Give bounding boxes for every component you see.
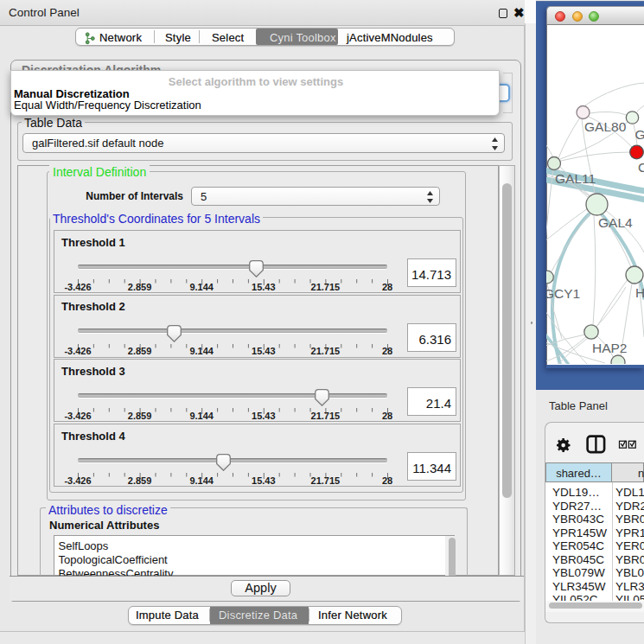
svg-text:GCY1: GCY1 xyxy=(546,286,580,301)
svg-text:GAL11: GAL11 xyxy=(555,171,596,186)
svg-text:GAL7: GAL7 xyxy=(635,127,644,142)
svg-text:HIS: HIS xyxy=(635,285,644,300)
svg-text:GAL4: GAL4 xyxy=(598,215,633,230)
svg-text:CYC: CYC xyxy=(638,160,644,175)
svg-text:GAL80: GAL80 xyxy=(584,119,627,134)
svg-text:HAP2: HAP2 xyxy=(592,341,628,355)
